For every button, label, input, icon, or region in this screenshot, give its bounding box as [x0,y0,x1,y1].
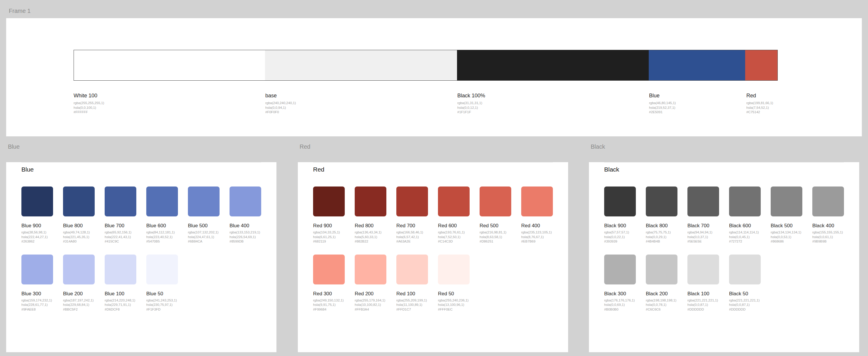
color-swatch[interactable] [355,255,386,285]
color-swatch[interactable] [479,186,511,216]
shade-hsla: hsla(5,60,33,1) [355,235,386,240]
color-swatch[interactable] [105,255,136,285]
color-swatch[interactable] [646,255,678,285]
shade-rgba: rgba(255,179,164,1) [355,298,386,303]
color-swatch[interactable] [188,186,220,216]
shade-name: Red 500 [479,223,511,229]
color-swatch[interactable] [687,186,719,216]
bar-segment-base[interactable] [265,50,457,80]
color-rgba: rgba(255,255,255,1) [73,101,104,106]
shade-cell: Blue 400 rgba(133,153,219,1) hsla(226,54… [229,186,261,244]
color-swatch[interactable] [22,255,53,285]
shade-rgba: rgba(155,155,155,1) [812,230,844,235]
shade-hex: #EB7B69 [521,239,553,244]
frame-1: White 100 rgba(255,255,255,1) hsla(0,0,1… [6,18,862,136]
shade-cell: Black 200 rgba(198,198,198,1) hsla(0,0,7… [646,255,678,312]
shade-hsla: hsla(0,0,37,1) [687,235,719,240]
color-swatch[interactable] [687,255,719,285]
blue-frame-title[interactable]: Blue [8,143,278,150]
shade-hsla: hsla(222,44,27,1) [22,235,53,240]
shade-rgba: rgba(75,75,75,1) [646,230,678,235]
color-swatch[interactable] [63,255,95,285]
shade-cell: Blue 600 rgba(84,112,181,1) hsla(223,40,… [146,186,178,244]
color-swatch[interactable] [604,186,636,216]
red-frame-title[interactable]: Red [300,143,570,150]
color-swatch[interactable] [313,255,345,285]
color-swatch[interactable] [22,186,53,216]
shade-rgba: rgba(104,33,25,1) [313,230,345,235]
color-swatch[interactable] [229,186,261,216]
color-swatch[interactable] [146,255,178,285]
shade-name: Blue 300 [22,291,53,297]
color-swatch[interactable] [396,255,428,285]
color-swatch[interactable] [771,186,802,216]
color-swatch[interactable] [646,186,678,216]
shade-name: Red 800 [355,223,386,229]
shade-cell: Red 700 rgba(166,58,46,1) hsla(6,57,42,1… [396,186,428,244]
shade-hex: #DDDDDD [729,307,761,312]
shade-name: Blue 900 [22,223,53,229]
shade-hsla: hsla(226,54,69,1) [229,235,261,240]
color-hsla: hsla(7,54,52,1) [746,106,773,110]
color-hsla: hsla(0,0,94,1) [265,106,296,110]
bar-segment-white-100[interactable] [74,50,265,80]
bar-segment-red[interactable] [745,50,777,80]
color-rgba: rgba(31,31,31,1) [457,101,485,106]
shade-hsla: hsla(0,0,69,1) [604,303,636,307]
shade-name: Black 600 [729,223,761,229]
color-swatch[interactable] [604,255,636,285]
palette-panel-red: Red Red 900 rgba(104,33,25,1) hsla(6,61,… [298,162,568,352]
shade-rgba: rgba(133,153,219,1) [229,230,261,235]
color-hex: #1F1F1F [457,110,485,115]
color-swatch[interactable] [438,255,470,285]
shade-cell: Black 50 rgba(221,221,221,1) hsla(0,0,87… [729,255,761,312]
shade-hsla: hsla(229,68,84,1) [63,303,95,307]
shade-name: Black 700 [687,223,719,229]
shade-hsla: hsla(0,0,78,1) [646,303,678,307]
shade-name: Blue 700 [105,223,136,229]
shade-cell: Red 600 rgba(193,76,61,1) hsla(7,52,50,1… [438,186,470,244]
swatch-grid: Black 900 rgba(57,57,57,1) hsla(0,0,22,1… [604,186,844,312]
shade-hex: #868686 [771,239,802,244]
color-name: Red [746,92,773,99]
color-label-block: base rgba(240,240,240,1) hsla(0,0,94,1) … [265,92,296,115]
color-swatch[interactable] [729,255,761,285]
color-swatch[interactable] [146,186,178,216]
shade-cell: Black 100 rgba(221,221,221,1) hsla(0,0,8… [687,255,719,312]
color-swatch[interactable] [521,186,553,216]
shade-name: Red 100 [396,291,428,297]
shade-name: Red 400 [521,223,553,229]
bar-segment-black-100[interactable] [457,50,649,80]
color-swatch[interactable] [396,186,428,216]
shade-hsla: hsla(6,61,25,1) [313,235,345,240]
color-swatch[interactable] [105,186,136,216]
shade-hsla: hsla(0,0,53,1) [771,235,802,240]
shade-hsla: hsla(221,45,35,1) [63,235,95,240]
color-swatch[interactable] [438,186,470,216]
shade-hsla: hsla(11,100,89,1) [396,303,428,307]
primary-color-labels: White 100 rgba(255,255,255,1) hsla(0,0,1… [73,81,778,127]
color-label-block: Black 100% rgba(31,31,31,1) hsla(0,0,12,… [457,92,485,115]
color-swatch[interactable] [63,186,95,216]
shade-hex: #D86251 [479,239,511,244]
shade-hex: #727272 [729,239,761,244]
color-hex: #C75142 [746,110,773,115]
color-label-block: Blue rgba(46,80,145,1) hsla(219,52,37,1)… [649,92,676,115]
palette-title: Black [604,166,844,173]
color-swatch[interactable] [355,186,386,216]
shade-hex: #A63A2E [396,239,428,244]
color-swatch[interactable] [313,186,345,216]
shade-rgba: rgba(134,134,134,1) [771,230,802,235]
panel-divider [313,162,553,162]
shade-rgba: rgba(176,176,176,1) [604,298,636,303]
shade-cell: Red 200 rgba(255,179,164,1) hsla(10,100,… [355,255,386,312]
color-swatch[interactable] [729,186,761,216]
shade-name: Black 400 [812,223,844,229]
frame-1-title[interactable]: Frame 1 [9,8,30,14]
black-frame-title[interactable]: Black [591,143,861,150]
shade-rgba: rgba(65,92,156,1) [105,230,136,235]
bar-segment-blue[interactable] [649,50,745,80]
shade-hex: #C6C6C6 [646,307,678,312]
shade-hex: #FFF0EC [438,307,470,312]
color-swatch[interactable] [812,186,844,216]
